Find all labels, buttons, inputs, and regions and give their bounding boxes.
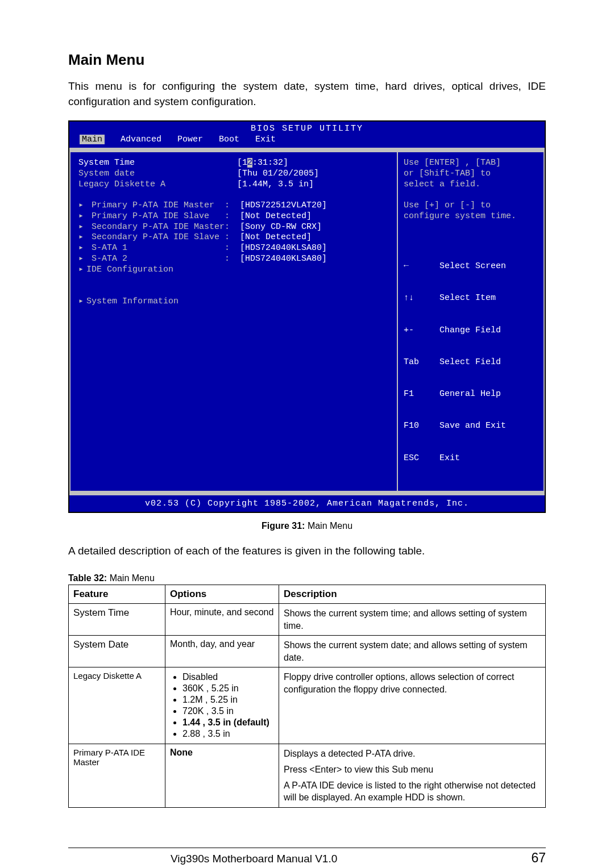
- sec-master-label: Secondary P-ATA IDE Master:: [92, 222, 230, 232]
- desc-p3: A P-ATA IDE device is listed to the righ…: [284, 779, 541, 804]
- key-updown: ↑↓ Select Item: [404, 293, 538, 304]
- key-tab: Tab Select Field: [404, 357, 538, 368]
- options-system-time: Hour, minute, and second: [165, 603, 279, 635]
- table-caption: Table 32: Main Menu: [68, 573, 546, 583]
- system-date-label: System date: [78, 169, 135, 178]
- footer-page-number: 67: [531, 850, 546, 866]
- system-time-label: System Time: [78, 158, 135, 168]
- legacy-diskette-value: [1.44M, 3.5 in]: [237, 180, 314, 189]
- feature-table: Feature Options Description System Time …: [68, 585, 546, 808]
- key-plusminus: +- Change Field: [404, 326, 538, 336]
- table-row: System Time Hour, minute, and second Sho…: [69, 603, 546, 635]
- help-line2: or [Shift-TAB] to: [404, 169, 538, 180]
- table-row: Legacy Diskette A Disabled 360K , 5.25 i…: [69, 667, 546, 744]
- table-number: Table 32:: [68, 573, 110, 583]
- bios-screenshot: BIOS SETUP UTILITY Main Advanced Power B…: [68, 120, 546, 513]
- bios-copyright: v02.53 (C) Copyright 1985-2002, American…: [69, 495, 545, 512]
- options-legacy-diskette: Disabled 360K , 5.25 in 1.2M , 5.25 in 7…: [165, 667, 279, 744]
- sata1-label: S-ATA 1 :: [92, 243, 230, 253]
- list-item: 720K , 3.5 in: [182, 706, 274, 716]
- desc-system-date: Shows the current system date; and allow…: [279, 636, 546, 667]
- key-f1: F1 General Help: [404, 389, 538, 400]
- sec-slave-label: Secondary P-ATA IDE Slave :: [92, 232, 230, 242]
- desc-p2: Press <Enter> to view this Sub menu: [284, 763, 541, 776]
- legacy-diskette-label: Legacy Diskette A: [78, 180, 165, 189]
- help-line5: configure system time.: [404, 211, 538, 222]
- table-row: Primary P-ATA IDE Master None Displays a…: [69, 744, 546, 807]
- system-time-open: [1: [237, 158, 247, 168]
- desc-p1: Displays a detected P-ATA drive.: [284, 748, 541, 760]
- options-primary-pata: None: [165, 744, 279, 807]
- list-item: Disabled: [182, 672, 274, 682]
- sec-slave-value: [Not Detected]: [240, 232, 312, 242]
- options-system-date: Month, day, and year: [165, 636, 279, 667]
- table-row: System Date Month, day, and year Shows t…: [69, 636, 546, 667]
- feature-system-date: System Date: [69, 636, 165, 667]
- key-esc: ESC Exit: [404, 453, 538, 464]
- col-feature: Feature: [69, 585, 165, 603]
- bios-tab-advanced: Advanced: [121, 135, 161, 144]
- pata-master-value: [HDS722512VLAT20]: [240, 201, 327, 210]
- list-item: 2.88 , 3.5 in: [182, 729, 274, 739]
- sata2-label: S-ATA 2 :: [92, 254, 230, 264]
- pata-master-label: Primary P-ATA IDE Master :: [92, 201, 230, 210]
- bios-title: BIOS SETUP UTILITY: [69, 122, 545, 133]
- bios-right-panel: Use [ENTER] , [TAB] or [Shift-TAB] to se…: [397, 151, 545, 492]
- system-date-value: [Thu 01/20/2005]: [237, 169, 319, 178]
- bios-tab-exit: Exit: [255, 135, 276, 144]
- bios-tab-power: Power: [177, 135, 203, 144]
- figure-caption: Figure 31: Main Menu: [68, 521, 546, 531]
- system-time-highlight: 2: [247, 158, 252, 168]
- description-text: A detailed description of each of the fe…: [68, 545, 546, 557]
- key-left: ← Select Screen: [404, 261, 538, 272]
- table-title: Main Menu: [110, 573, 155, 583]
- feature-legacy-diskette: Legacy Diskette A: [69, 667, 165, 744]
- feature-primary-pata: Primary P-ATA IDE Master: [69, 744, 165, 807]
- list-item: 1.2M , 5.25 in: [182, 695, 274, 705]
- system-time-rest: :31:32]: [252, 158, 288, 168]
- footer-title: Vig390s Motherboard Manual V1.0: [171, 853, 337, 865]
- figure-title: Main Menu: [305, 521, 352, 531]
- feature-system-time: System Time: [69, 603, 165, 635]
- pata-slave-value: [Not Detected]: [240, 211, 312, 221]
- page-heading: Main Menu: [68, 51, 546, 69]
- page-footer: Vig390s Motherboard Manual V1.0 67: [68, 848, 546, 866]
- help-line1: Use [ENTER] , [TAB]: [404, 158, 538, 169]
- bios-tab-main: Main: [80, 135, 105, 144]
- desc-system-time: Shows the current system time; and allow…: [279, 603, 546, 635]
- bios-tab-bar: Main Advanced Power Boot Exit: [69, 133, 545, 148]
- system-info-label: System Information: [86, 297, 179, 306]
- col-description: Description: [279, 585, 546, 603]
- bios-left-panel: System Time [12:31:32] System date [Thu …: [69, 151, 397, 492]
- desc-primary-pata: Displays a detected P-ATA drive. Press <…: [279, 744, 546, 807]
- col-options: Options: [165, 585, 279, 603]
- sec-master-value: [Sony CD-RW CRX]: [240, 222, 322, 232]
- list-item-default: 1.44 , 3.5 in (default): [182, 717, 274, 728]
- intro-text: This menu is for configuring the system …: [68, 79, 546, 109]
- bios-tab-boot: Boot: [219, 135, 239, 144]
- key-f10: F10 Save and Exit: [404, 421, 538, 432]
- help-line3: select a field.: [404, 180, 538, 190]
- list-item: 360K , 5.25 in: [182, 683, 274, 694]
- desc-legacy-diskette: Floppy drive controller options, allows …: [279, 667, 546, 744]
- pata-slave-label: Primary P-ATA IDE Slave :: [92, 211, 230, 221]
- ide-config-label: IDE Configuration: [86, 265, 173, 274]
- sata1-value: [HDS724040KLSA80]: [240, 243, 327, 253]
- help-line4: Use [+] or [-] to: [404, 201, 538, 211]
- figure-number: Figure 31:: [262, 521, 305, 531]
- sata2-value: [HDS724040KLSA80]: [240, 254, 327, 264]
